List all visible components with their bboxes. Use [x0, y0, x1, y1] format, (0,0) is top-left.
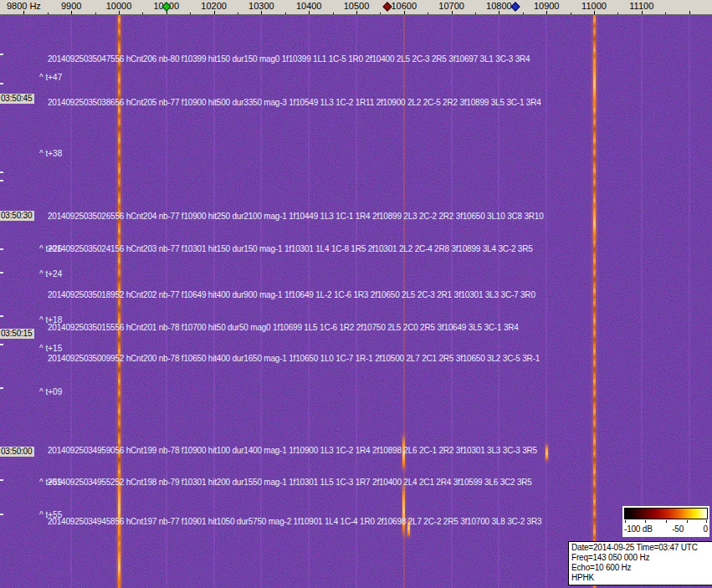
freq-label: 10400: [296, 1, 322, 11]
freq-label: 10800: [486, 1, 512, 11]
freq-tick: [689, 11, 690, 14]
time-tick: [0, 479, 3, 481]
event-marker: ^ t+18: [39, 315, 62, 325]
legend-label-mid: -50: [672, 524, 684, 534]
legend-labels: -100 dB -50 0: [624, 524, 708, 534]
freq-label: 11000: [581, 1, 607, 11]
carrier-line: [546, 15, 547, 588]
freq-label: 10000: [106, 1, 132, 11]
detection-text: 20140925035047556 hCnt206 nb-80 f10399 h…: [48, 54, 530, 64]
db-scale-legend: -100 dB -50 0: [622, 506, 709, 537]
info-echo: Echo=10 600 Hz: [571, 563, 712, 573]
detection-text: 20140925035024156 hCnt203 nb-77 f10301 h…: [48, 244, 533, 253]
freq-tick: [452, 11, 453, 14]
freq-tick: [261, 11, 262, 14]
time-tick: [0, 54, 3, 55]
freq-tick: [356, 11, 357, 14]
time-tick: [0, 514, 3, 515]
freq-label: 10900: [534, 1, 560, 11]
freq-tick: [404, 11, 405, 14]
freq-tick: [190, 13, 191, 14]
legend-label-min: -100 dB: [624, 524, 653, 534]
event-marker: ^ t+15: [39, 344, 62, 353]
freq-tick: [428, 13, 428, 14]
detection-text: 20140925034945856 hCnt197 nb-77 f10901 h…: [48, 517, 541, 526]
color-scale-bar: [624, 508, 708, 519]
freq-tick: [617, 13, 618, 14]
time-tick: [0, 180, 3, 182]
freq-tick: [594, 11, 595, 14]
legend-label-max: 0: [704, 524, 708, 534]
freq-label: 10200: [201, 1, 227, 11]
time-label: 03:50:30: [0, 211, 34, 221]
time-tick: [0, 344, 3, 345]
freq-tick: [546, 11, 547, 14]
carrier-line: [689, 15, 690, 588]
event-marker: ^ t+59: [39, 478, 62, 487]
legend-ticks: [624, 520, 708, 524]
time-tick: [0, 272, 3, 274]
freq-tick: [380, 13, 381, 14]
freq-tick: [475, 13, 476, 14]
event-marker: ^ t+09: [39, 387, 62, 396]
freq-label: 9800 Hz: [7, 1, 41, 11]
freq-marker-blue-icon[interactable]: [511, 2, 520, 11]
echo-streak: [546, 443, 548, 462]
freq-tick: [71, 11, 72, 14]
event-marker: ^ t+47: [39, 73, 62, 82]
event-marker: ^ t+55: [39, 510, 62, 519]
freq-label: 11100: [629, 1, 653, 11]
freq-tick: [214, 11, 215, 14]
detection-text: 20140925035009952 hCnt200 nb-78 f10650 h…: [48, 354, 540, 363]
freq-tick: [238, 13, 238, 14]
time-tick: [0, 248, 3, 250]
detection-text: 20140925034959056 hCnt199 nb-78 f10900 h…: [48, 446, 537, 455]
time-tick: [0, 83, 3, 84]
freq-tick: [23, 11, 24, 14]
freq-tick: [642, 11, 643, 14]
carrier-line: [641, 15, 643, 588]
freq-tick: [523, 13, 524, 14]
time-tick: [0, 171, 3, 173]
echo-streak: [118, 542, 120, 588]
detection-text: 20140925035026556 hCnt204 nb-77 f10900 h…: [48, 212, 544, 221]
status-info-box: Date=2014-09-25 Time=03:47 UTC Freq=143 …: [568, 541, 712, 585]
info-station-id: HPHK: [571, 573, 712, 583]
detection-text: 20140925035015556 hCnt201 nb-78 f10700 h…: [48, 323, 519, 332]
freq-tick: [119, 11, 120, 14]
echo-streak: [593, 53, 596, 111]
spectrogram-canvas[interactable]: 03:50:4503:50:3003:50:1503:50:0020140925…: [0, 15, 712, 588]
detection-text: 20140925034955252 hCnt198 nb-79 f10301 h…: [48, 478, 532, 487]
time-label: 03:50:45: [0, 94, 34, 104]
freq-tick: [333, 13, 334, 14]
freq-label: 10600: [392, 1, 417, 11]
freq-tick: [142, 13, 143, 14]
time-tick: [0, 387, 3, 389]
frequency-scale[interactable]: 9800 Hz990010000101001020010300104001050…: [0, 0, 712, 15]
event-marker: ^ t+26: [39, 244, 62, 253]
freq-tick: [665, 13, 666, 14]
freq-tick: [309, 11, 310, 14]
freq-label: 10300: [248, 1, 274, 11]
event-marker: ^ t+38: [39, 149, 62, 158]
freq-tick: [571, 13, 571, 14]
info-date-time: Date=2014-09-25 Time=03:47 UTC: [571, 543, 712, 553]
freq-label: 9900: [61, 1, 81, 11]
freq-tick: [95, 13, 96, 14]
freq-label: 10700: [438, 1, 464, 11]
echo-streak: [402, 479, 405, 538]
echo-streak: [593, 203, 596, 241]
freq-tick: [499, 11, 499, 14]
freq-label: 10500: [344, 1, 370, 11]
time-label: 03:50:00: [0, 447, 34, 457]
detection-text: 20140925035018952 hCnt202 nb-77 f10649 h…: [48, 290, 535, 299]
event-marker: ^ t+24: [39, 269, 62, 279]
spectrum-lab-window: 9800 Hz990010000101001020010300104001050…: [0, 0, 712, 588]
freq-tick: [48, 13, 49, 14]
info-frequency: Freq=143 050 000 Hz: [571, 553, 712, 563]
freq-tick: [285, 13, 286, 14]
detection-text: 20140925035038656 hCnt205 nb-77 f10900 h…: [48, 98, 541, 107]
time-tick: [0, 315, 3, 317]
time-label: 03:50:15: [0, 329, 34, 339]
